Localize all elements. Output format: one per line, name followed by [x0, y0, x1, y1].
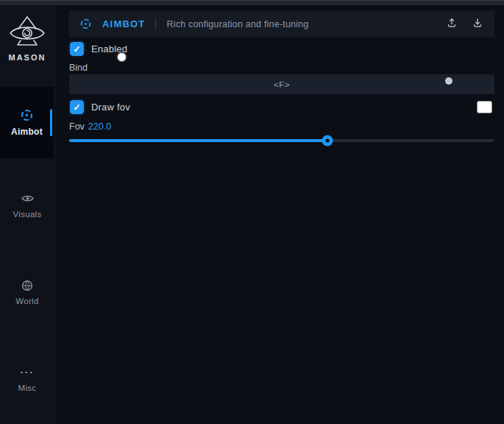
fov-slider-fill [69, 139, 327, 142]
upload-icon [446, 17, 458, 31]
aimbot-panel: AIMBOT Rich configuration and fine-tunin… [56, 5, 504, 424]
sidebar-item-aimbot[interactable]: Aimbot [0, 87, 54, 158]
crosshair-icon [20, 108, 34, 122]
download-icon [472, 17, 483, 31]
fov-slider-handle[interactable] [322, 135, 333, 146]
draw-fov-checkbox[interactable]: ✓ [70, 100, 84, 114]
drag-dot [445, 77, 452, 85]
ellipsis-icon: ··· [21, 365, 35, 379]
globe-icon [21, 278, 34, 292]
fov-slider[interactable] [69, 135, 494, 146]
enabled-checkbox[interactable]: ✓ [70, 42, 84, 56]
crosshair-icon [79, 18, 92, 30]
fov-label: Fov220.0 [69, 121, 111, 132]
sidebar-item-label: Misc [18, 384, 37, 392]
bind-label: Bind [69, 63, 88, 73]
active-tab-accent-bar [50, 109, 52, 136]
window-top-strip [0, 0, 504, 5]
sidebar-item-label: Visuals [13, 210, 42, 219]
draw-fov-label: Draw fov [91, 102, 130, 113]
panel-header: AIMBOT Rich configuration and fine-tunin… [68, 10, 494, 38]
mason-menu-window: MASON Aimbot Visuals [0, 0, 504, 424]
fov-color-swatch[interactable] [477, 101, 492, 113]
sidebar-item-world[interactable]: World [0, 278, 54, 305]
cursor-dot [118, 53, 126, 61]
fov-value: 220.0 [88, 121, 111, 132]
panel-subtitle: Rich configuration and fine-tuning [166, 19, 308, 29]
eye-icon [21, 191, 35, 205]
brand-logo: MASON [0, 14, 54, 62]
draw-fov-row: ✓ Draw fov [70, 100, 130, 114]
header-divider [155, 18, 156, 30]
import-config-button[interactable] [472, 17, 483, 31]
checkmark-icon: ✓ [73, 44, 80, 54]
panel-title: AIMBOT [102, 18, 145, 29]
export-config-button[interactable] [446, 17, 458, 31]
sidebar-item-label: World [15, 297, 38, 305]
fov-label-text: Fov [69, 121, 85, 132]
sidebar-item-misc[interactable]: ··· Misc [0, 365, 54, 392]
brand-name: MASON [0, 53, 54, 62]
checkmark-icon: ✓ [73, 102, 80, 113]
sidebar-item-visuals[interactable]: Visuals [0, 191, 54, 219]
mason-eye-pyramid-icon [0, 14, 54, 49]
sidebar-item-label: Aimbot [11, 127, 43, 137]
bind-input[interactable] [69, 74, 494, 94]
sidebar: MASON Aimbot Visuals [0, 5, 55, 424]
